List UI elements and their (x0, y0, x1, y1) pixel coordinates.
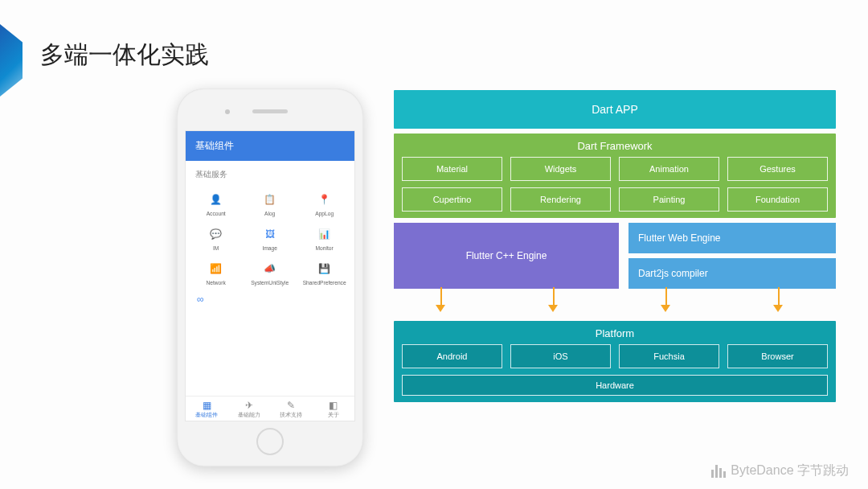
grid-item-label: Network (192, 280, 240, 286)
platform-target: iOS (510, 344, 611, 368)
dart-framework-title: Dart Framework (402, 140, 828, 152)
framework-module: Material (402, 157, 502, 181)
architecture-diagram: Dart APP Dart Framework MaterialWidgetsA… (394, 90, 836, 436)
framework-module: Cupertino (402, 187, 502, 212)
extra-row: ∞ (186, 289, 354, 310)
phone-speaker (252, 109, 288, 113)
grid-item-label: SharedPreference (300, 280, 348, 286)
platform-title: Platform (402, 327, 828, 339)
tab-label: 关于 (313, 411, 355, 419)
grid-item[interactable]: 💬IM (190, 221, 241, 251)
framework-module: Foundation (727, 187, 828, 212)
framework-module: Gestures (727, 157, 828, 181)
tab-icon: ▦ (186, 400, 228, 411)
slide-title: 多端一体化实践 (40, 39, 209, 72)
platform-target: Fuchsia (619, 344, 719, 368)
grid-item-icon: 🖼 (262, 226, 278, 242)
grid-item[interactable]: 📊Monitor (299, 221, 350, 251)
grid-item[interactable]: 📣SystemUniStyle (244, 256, 295, 286)
grid-item-icon: 💾 (316, 261, 332, 277)
service-grid: 👤Account📋Alog📍AppLog💬IM🖼Image📊Monitor📶Ne… (186, 183, 354, 289)
grid-item[interactable]: 📍AppLog (299, 187, 350, 216)
app-bar: 基础组件 (186, 131, 354, 161)
framework-row-1: MaterialWidgetsAnimationGestures (402, 157, 828, 181)
layer-dart-app: Dart APP (394, 90, 836, 129)
dart2js-compiler: Dart2js compiler (628, 258, 836, 289)
grid-item-label: Image (246, 245, 294, 251)
platform-targets-row: AndroidiOSFuchsiaBrowser (402, 344, 828, 368)
grid-item-icon: 📣 (262, 261, 278, 277)
arrow-line (665, 287, 667, 306)
grid-item[interactable]: 📋Alog (244, 187, 295, 216)
tab-icon: ✎ (270, 400, 313, 411)
arrow-line (778, 287, 780, 306)
platform-target: Android (402, 344, 502, 368)
grid-item[interactable]: 🖼Image (244, 221, 295, 251)
arrow-down-icon (661, 305, 670, 312)
tab-icon: ◧ (313, 400, 355, 411)
grid-item[interactable]: 📶Network (190, 256, 241, 286)
grid-item-label: Account (192, 211, 240, 216)
arrow-line (440, 287, 442, 306)
framework-row-2: CupertinoRenderingPaintingFoundation (402, 187, 828, 212)
app-bar-title: 基础组件 (195, 140, 234, 151)
platform-target: Browser (727, 344, 828, 368)
flutter-web-engine: Flutter Web Engine (628, 223, 836, 253)
grid-item-icon: 📍 (316, 191, 332, 208)
grid-item-label: Monitor (300, 245, 348, 251)
framework-module: Painting (619, 187, 719, 212)
framework-module: Rendering (510, 187, 611, 212)
framework-module: Animation (619, 157, 719, 181)
engine-row: Flutter C++ Engine Flutter Web Engine Da… (394, 223, 836, 289)
grid-item-label: AppLog (300, 211, 348, 216)
tab-item[interactable]: ▦基础组件 (186, 400, 228, 419)
footer-logo: ByteDance 字节跳动 (711, 462, 849, 479)
web-engine-column: Flutter Web Engine Dart2js compiler (628, 223, 836, 289)
grid-item-icon: 💬 (208, 226, 224, 242)
arrows-row (394, 294, 836, 316)
grid-item-label: SystemUniStyle (246, 280, 294, 286)
tab-icon: ✈ (228, 400, 271, 411)
grid-item-label: Alog (246, 211, 294, 216)
slide-accent (0, 24, 23, 97)
grid-item-icon: 📶 (208, 261, 224, 277)
layer-dart-framework: Dart Framework MaterialWidgetsAnimationG… (394, 134, 836, 218)
arrow-down-icon (773, 305, 783, 312)
layer-platform: Platform AndroidiOSFuchsiaBrowser Hardwa… (394, 321, 836, 402)
flutter-cpp-engine: Flutter C++ Engine (394, 223, 619, 289)
grid-item-icon: 👤 (208, 191, 224, 208)
arrow-down-icon (436, 305, 445, 312)
grid-item-label: IM (192, 245, 240, 251)
infinity-icon: ∞ (197, 294, 204, 305)
tab-label: 基础能力 (228, 411, 271, 419)
phone-home-button (256, 428, 284, 455)
tab-label: 技术支持 (270, 411, 313, 419)
platform-hardware: Hardware (402, 375, 828, 396)
tab-item[interactable]: ✈基础能力 (228, 400, 271, 419)
phone-mockup: 基础组件 基础服务 👤Account📋Alog📍AppLog💬IM🖼Image📊… (177, 88, 363, 466)
bytedance-bars-icon (711, 465, 726, 478)
bottom-tab-bar: ▦基础组件✈基础能力✎技术支持◧关于 (186, 396, 354, 421)
grid-item-icon: 📊 (316, 226, 332, 242)
section-label: 基础服务 (186, 161, 354, 183)
grid-item[interactable]: 💾SharedPreference (299, 256, 350, 286)
footer-text: ByteDance 字节跳动 (731, 462, 849, 479)
tab-item[interactable]: ◧关于 (313, 400, 355, 419)
arrow-line (553, 287, 555, 306)
tab-item[interactable]: ✎技术支持 (270, 400, 313, 419)
arrow-down-icon (548, 305, 558, 312)
phone-camera (225, 109, 230, 114)
tab-label: 基础组件 (186, 411, 228, 419)
grid-item[interactable]: 👤Account (190, 187, 241, 216)
framework-module: Widgets (510, 157, 611, 181)
grid-item-icon: 📋 (262, 191, 278, 208)
phone-screen: 基础组件 基础服务 👤Account📋Alog📍AppLog💬IM🖼Image📊… (185, 130, 355, 421)
